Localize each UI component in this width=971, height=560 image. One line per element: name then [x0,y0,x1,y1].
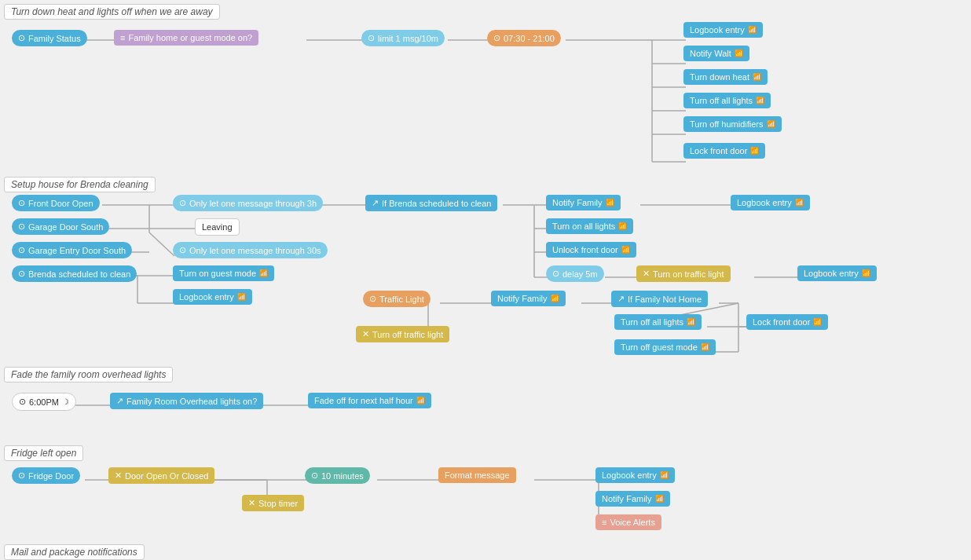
logbook-entry-node1[interactable]: Logbook entry 📶 [683,22,763,38]
time-6pm-node[interactable]: ⊙ 6:00PM ☽ [12,393,76,411]
lock-front-door-node1[interactable]: Lock front door 📶 [683,143,765,159]
menu-icon2: ≡ [602,518,606,527]
limit-msg-3h-node[interactable]: ⊙ Only let one message through 3h [173,195,323,211]
wifi-icon12: 📶 [795,199,804,207]
turn-down-heat-node[interactable]: Turn down heat 📶 [683,69,768,85]
circle-icon7: ⊙ [179,198,186,208]
circle-icon6: ⊙ [18,269,25,279]
wifi-icon8: 📶 [237,293,246,301]
fade-off-node[interactable]: Fade off for next half hour 📶 [308,393,431,408]
section2-label: Setup house for Brenda cleaning [4,177,156,192]
wifi-icon20: 📶 [655,495,664,503]
voice-alerts-node[interactable]: ≡ Voice Alerts [595,514,661,530]
turn-off-all-lights-node[interactable]: Turn off all lights 📶 [614,314,702,330]
logbook-entry-node5[interactable]: Logbook entry 📶 [595,467,675,483]
x-icon4: ✕ [248,498,255,508]
circle-icon4: ⊙ [18,221,25,232]
wifi-icon16: 📶 [813,318,822,326]
door-open-closed-node[interactable]: ✕ Door Open Or Closed [108,467,214,484]
wifi-icon3: 📶 [753,73,761,81]
automation-canvas: Turn down heat and lights off when we ar… [0,0,971,560]
arrow-icon2: ↗ [617,294,625,304]
turn-off-guest-mode-node[interactable]: Turn off guest mode 📶 [614,339,716,355]
wifi-icon18: 📶 [416,397,425,404]
wifi-icon14: 📶 [551,295,559,302]
wifi-icon19: 📶 [660,471,669,479]
turn-on-all-lights-node[interactable]: Turn on all lights 📶 [546,218,633,234]
circle-icon12: ⊙ [18,470,25,481]
unlock-front-door-node[interactable]: Unlock front door 📶 [546,242,636,258]
family-home-node[interactable]: ≡ Family home or guest mode on? [114,30,258,46]
x-icon2: ✕ [362,329,369,339]
turn-on-guest-mode-node[interactable]: Turn on guest mode 📶 [173,265,274,281]
moon-icon: ☽ [62,397,69,406]
wifi-icon7: 📶 [259,269,268,277]
wifi-icon2: 📶 [735,49,743,57]
fridge-door-node[interactable]: ⊙ Fridge Door [12,467,80,484]
limit-msg-node[interactable]: ⊙ limit 1 msg/10m [361,30,445,46]
brenda-scheduled-node[interactable]: ⊙ Brenda scheduled to clean [12,265,137,282]
section5-label: Mail and package notifications [4,544,145,560]
family-status-node[interactable]: ⊙ Family Status [12,30,87,46]
x-icon3: ✕ [115,470,122,481]
family-room-lights-node[interactable]: ↗ Family Room Overhead lights on? [110,393,263,409]
wifi-icon10: 📶 [618,222,627,230]
circle-icon8: ⊙ [179,245,186,255]
section3-label: Fade the family room overhead lights [4,367,173,382]
circle-icon3: ⊙ [18,198,25,208]
format-message-node[interactable]: Format message [438,467,516,483]
turn-off-traffic-light-node[interactable]: ✕ Turn off traffic light [356,326,449,342]
wifi-icon17: 📶 [701,343,709,351]
if-brenda-node[interactable]: ↗ If Brenda scheduled to clean [365,195,497,211]
notify-walt-node[interactable]: Notify Walt 📶 [683,46,749,61]
logbook-entry-node2[interactable]: Logbook entry 📶 [173,289,252,305]
turn-off-humidifiers-node[interactable]: Turn off humidifiers 📶 [683,116,782,132]
wifi-icon11: 📶 [621,246,630,254]
circle-icon10: ⊙ [369,294,376,304]
wifi-icon4: 📶 [756,97,764,104]
svg-line-17 [149,232,174,256]
turn-on-traffic-light-node[interactable]: ✕ Turn on traffic light [636,265,731,282]
section1-label: Turn down heat and lights off when we ar… [4,4,220,20]
garage-entry-door-node[interactable]: ⊙ Garage Entry Door South [12,242,132,258]
logbook-entry-node3[interactable]: Logbook entry 📶 [731,195,810,210]
wifi-icon13: 📶 [862,269,870,277]
leaving-node[interactable]: Leaving [195,218,240,236]
logbook-entry-node4[interactable]: Logbook entry 📶 [797,265,877,281]
wifi-icon5: 📶 [767,120,775,128]
clock-icon: ⊙ [493,33,500,43]
time-range-node[interactable]: ⊙ 07:30 - 21:00 [487,30,561,46]
wifi-icon1: 📶 [748,26,757,34]
if-family-not-home-node[interactable]: ↗ If Family Not Home [611,291,708,307]
circle-icon5: ⊙ [18,245,25,255]
traffic-light-node[interactable]: ⊙ Traffic Light [363,291,431,307]
circle-icon: ⊙ [18,33,25,43]
arrow-icon3: ↗ [116,396,123,406]
10-minutes-node[interactable]: ⊙ 10 minutes [305,467,370,484]
notify-family-node2[interactable]: Notify Family 📶 [491,291,566,306]
wifi-icon15: 📶 [687,318,695,326]
stop-timer-node[interactable]: ✕ Stop timer [242,495,304,511]
arrow-icon1: ↗ [372,198,379,208]
circle-icon9: ⊙ [552,269,559,279]
limit-msg-30s-node[interactable]: ⊙ Only let one message through 30s [173,242,328,258]
front-door-open-node[interactable]: ⊙ Front Door Open [12,195,100,211]
x-icon1: ✕ [643,269,650,279]
garage-door-south-node[interactable]: ⊙ Garage Door South [12,218,109,235]
section4-label: Fridge left open [4,445,83,461]
lock-front-door-node2[interactable]: Lock front door 📶 [746,314,828,330]
wifi-icon9: 📶 [606,199,614,207]
circle-icon13: ⊙ [311,470,318,481]
circle-icon11: ⊙ [19,397,26,407]
delay-5m-node[interactable]: ⊙ delay 5m [546,265,604,282]
turn-off-lights-node1[interactable]: Turn off all lights 📶 [683,93,771,108]
wifi-icon6: 📶 [750,147,759,155]
circle-icon2: ⊙ [368,33,375,43]
notify-family-node3[interactable]: Notify Family 📶 [595,491,670,507]
menu-icon: ≡ [120,33,125,42]
notify-family-node1[interactable]: Notify Family 📶 [546,195,621,210]
